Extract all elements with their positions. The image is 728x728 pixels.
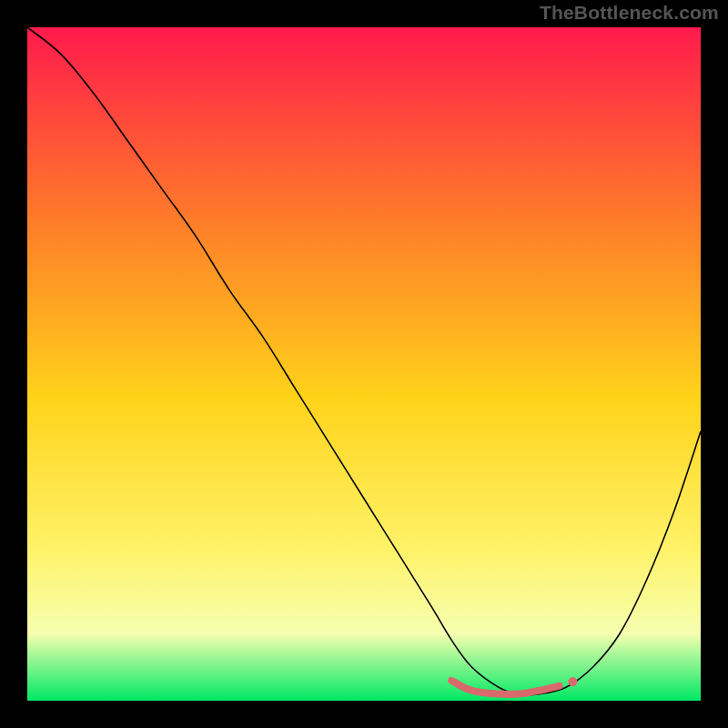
watermark-text: TheBottleneck.com [540, 2, 719, 24]
optimal-point-dot [568, 677, 577, 686]
chart-stage: TheBottleneck.com [0, 0, 728, 728]
gradient-background [27, 27, 701, 701]
bottleneck-plot [27, 27, 701, 701]
